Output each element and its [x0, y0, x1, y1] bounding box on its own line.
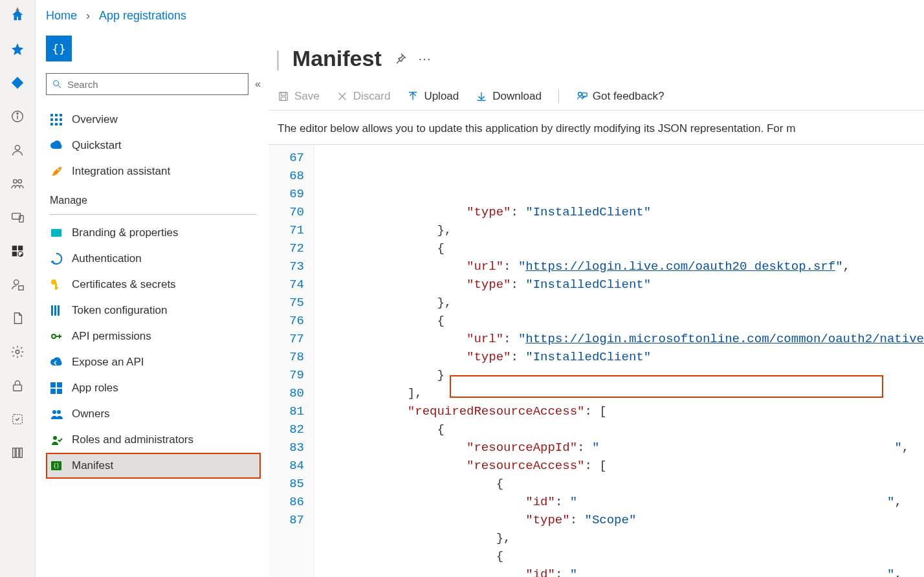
svg-point-21 [54, 81, 59, 86]
breadcrumb: Home › App registrations [36, 0, 924, 28]
rail-devices-icon[interactable] [10, 210, 25, 225]
discard-icon [336, 91, 348, 102]
code-body[interactable]: "type": "InstalledClient" }, { "url": "h… [314, 145, 924, 577]
nav-label: Manifest [72, 459, 113, 472]
branding-icon [50, 226, 63, 239]
rail-settings-icon[interactable] [10, 344, 25, 360]
collapse-sidebar-icon[interactable]: « [255, 78, 261, 90]
upload-button[interactable]: Upload [407, 90, 459, 103]
nav-quickstart[interactable]: Quickstart [46, 133, 261, 158]
breadcrumb-home[interactable]: Home [46, 9, 77, 23]
svg-rect-41 [50, 382, 56, 387]
nav-expose-api[interactable]: Expose an API [46, 349, 261, 375]
rail-document-icon[interactable] [10, 310, 25, 326]
search-box[interactable] [46, 73, 248, 95]
save-button: Save [278, 90, 320, 103]
pin-icon[interactable] [393, 52, 406, 65]
svg-rect-14 [19, 286, 23, 290]
rail-apps-icon[interactable] [10, 243, 25, 259]
feedback-button[interactable]: Got feedback? [576, 90, 665, 103]
rail-diamond-icon[interactable] [10, 75, 25, 91]
search-input[interactable] [67, 79, 243, 90]
rocket-icon [50, 165, 63, 178]
nav-app-roles[interactable]: App roles [46, 375, 261, 401]
svg-point-47 [53, 436, 57, 440]
command-bar: Save Discard Upload Download [269, 85, 924, 111]
rail-user-icon[interactable] [10, 142, 25, 158]
svg-point-2 [17, 113, 18, 114]
save-label: Save [294, 90, 320, 103]
rail-users-icon[interactable] [10, 176, 25, 191]
section-rule [50, 214, 257, 215]
cloud-icon [50, 139, 63, 152]
svg-rect-8 [12, 246, 17, 250]
svg-rect-35 [55, 283, 57, 290]
feedback-icon [576, 91, 588, 102]
page-title-row: | Manifest ⋯ [269, 28, 924, 85]
token-icon [50, 304, 63, 317]
upload-label: Upload [424, 90, 459, 103]
svg-point-40 [52, 334, 56, 338]
manifest-icon: {} [50, 459, 63, 472]
svg-rect-29 [50, 123, 53, 125]
nav-authentication[interactable]: Authentication [46, 246, 261, 272]
auth-icon [50, 252, 63, 265]
svg-rect-20 [20, 448, 23, 458]
editor-description: The editor below allows you to update th… [269, 111, 924, 144]
svg-point-32 [58, 169, 60, 171]
svg-rect-27 [55, 118, 58, 121]
svg-text:{}: {} [53, 463, 60, 469]
svg-point-5 [18, 180, 21, 184]
svg-rect-60 [582, 93, 587, 96]
breadcrumb-current[interactable]: App registrations [99, 9, 186, 23]
svg-rect-43 [50, 389, 56, 394]
title-divider: | [275, 46, 281, 71]
search-icon [52, 79, 62, 89]
rail-favorites-icon[interactable] [10, 41, 25, 57]
owners-icon [50, 408, 63, 420]
svg-rect-51 [281, 93, 285, 96]
nav-api-permissions[interactable]: API permissions [46, 323, 261, 349]
svg-rect-30 [55, 123, 58, 125]
nav-label: Authentication [72, 252, 142, 265]
svg-rect-33 [51, 229, 61, 237]
nav-token-config[interactable]: Token configuration [46, 298, 261, 323]
api-perm-icon [50, 330, 63, 343]
nav-roles-admins[interactable]: Roles and administrators [46, 427, 261, 453]
svg-rect-39 [58, 305, 60, 316]
nav-certificates[interactable]: Certificates & secrets [46, 272, 261, 298]
nav-owners[interactable]: Owners [46, 401, 261, 427]
svg-rect-28 [60, 118, 62, 121]
app-roles-icon [50, 382, 63, 395]
rail-security-icon[interactable] [10, 277, 25, 292]
rail-info-icon[interactable] [10, 109, 25, 124]
nav-label: Certificates & secrets [72, 278, 176, 291]
svg-rect-44 [57, 389, 62, 394]
more-icon[interactable]: ⋯ [418, 51, 431, 67]
nav-branding[interactable]: Branding & properties [46, 220, 261, 246]
nav-integration-assistant[interactable]: Integration assistant [46, 158, 261, 184]
svg-rect-37 [51, 305, 53, 316]
download-icon [476, 91, 487, 102]
rail-health-icon[interactable] [10, 411, 25, 427]
key-icon [50, 278, 63, 291]
rail-library-icon[interactable] [10, 445, 25, 461]
svg-rect-9 [18, 246, 23, 250]
json-editor[interactable]: 6768697071727374757677787980818283848586… [269, 144, 924, 577]
app-tile-icon: {} [46, 36, 72, 61]
nav-overview[interactable]: Overview [46, 107, 261, 133]
svg-rect-16 [14, 385, 22, 391]
nav-label: Token configuration [72, 304, 167, 317]
svg-rect-42 [57, 382, 62, 387]
nav-manifest[interactable]: {} Manifest [46, 453, 261, 479]
svg-point-59 [578, 93, 581, 96]
nav-label: Branding & properties [72, 226, 178, 239]
svg-point-4 [14, 180, 17, 184]
svg-point-13 [14, 280, 19, 285]
rail-lock-icon[interactable] [10, 378, 25, 393]
nav-label: Roles and administrators [72, 433, 193, 446]
download-button[interactable]: Download [476, 90, 542, 103]
scroll-up-icon[interactable]: ▴ [16, 4, 19, 13]
nav-label: Integration assistant [72, 165, 170, 178]
nav-label: Overview [72, 113, 118, 126]
